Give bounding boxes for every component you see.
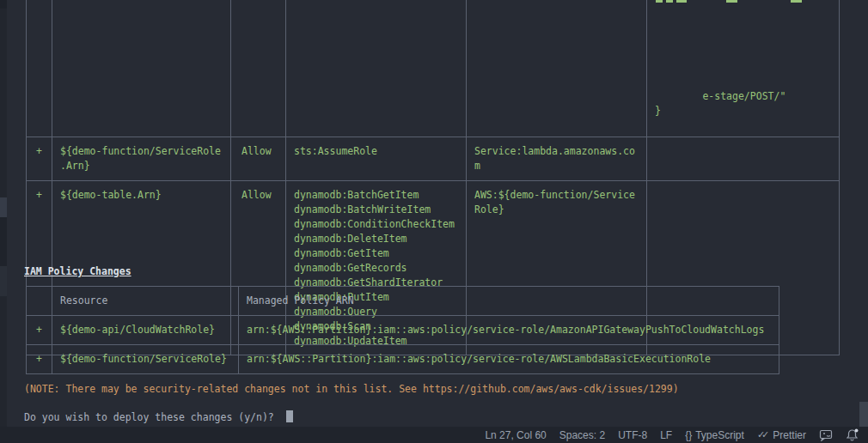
iam-policy-changes-table: Resource Managed Policy ARN + ${demo-api…	[26, 286, 779, 374]
prettier-label: Prettier	[773, 429, 806, 441]
left-edge-segment	[0, 217, 7, 266]
principal-cell	[467, 0, 647, 137]
resource-header-cell: Resource	[52, 287, 239, 316]
notifications-bell-icon	[846, 428, 859, 441]
resource-cell	[52, 0, 231, 137]
deploy-confirm-prompt[interactable]: Do you wish to deploy these changes (y/n…	[24, 410, 293, 425]
op-cell: +	[27, 345, 52, 374]
action-cell	[286, 0, 467, 137]
terminal-cursor	[286, 410, 293, 422]
effect-cell	[231, 0, 286, 137]
braces-icon: {}	[685, 429, 692, 441]
left-edge-segment	[0, 266, 7, 296]
clipped-text-fragment	[676, 0, 687, 3]
clipped-text-fragment	[791, 0, 802, 3]
terminal-scrollbar-thumb[interactable]	[859, 402, 868, 427]
encoding-indicator[interactable]: UTF-8	[618, 429, 647, 441]
op-cell: +	[27, 316, 52, 345]
effect-cell: Allow	[231, 137, 286, 181]
clipped-text-fragment	[656, 0, 663, 3]
arn-cell: arn:${AWS::Partition}:iam::aws:policy/se…	[239, 345, 779, 374]
left-edge-segment	[0, 197, 7, 217]
indentation-indicator[interactable]: Spaces: 2	[559, 429, 605, 441]
action-cell: sts:AssumeRole	[286, 137, 467, 181]
feedback-button[interactable]	[819, 429, 833, 441]
cursor-position-indicator[interactable]: Ln 27, Col 60	[485, 429, 546, 441]
table-row: + ${demo-function/ServiceRole} arn:${AWS…	[27, 345, 779, 374]
left-edge-panel	[0, 0, 7, 427]
principal-cell: Service:lambda.amazonaws.co m	[467, 137, 647, 181]
condition-cell: e-stage/POST/" }	[647, 0, 840, 137]
op-cell	[27, 0, 52, 137]
resource-cell: ${demo-function/ServiceRole .Arn}	[52, 137, 231, 181]
language-mode-indicator[interactable]: {} TypeScript	[685, 429, 744, 441]
arn-header-cell: Managed Policy ARN	[239, 287, 779, 316]
arn-cell: arn:${AWS::Partition}:iam::aws:policy/se…	[239, 316, 779, 345]
left-edge-segment	[0, 0, 7, 9]
table-row: + ${demo-api/CloudWatchRole} arn:${AWS::…	[27, 316, 779, 345]
status-bar: Ln 27, Col 60 Spaces: 2 UTF-8 LF {} Type…	[0, 427, 868, 443]
iam-policy-changes-heading: IAM Policy Changes	[24, 264, 131, 279]
op-cell: +	[27, 137, 52, 181]
clipped-text-fragment	[726, 0, 737, 3]
clipped-text-fragment	[666, 0, 673, 3]
condition-cell	[647, 137, 840, 181]
op-header-cell	[27, 287, 52, 316]
security-note-line: (NOTE: There may be security-related cha…	[24, 382, 679, 397]
table-row: + ${demo-function/ServiceRole .Arn} Allo…	[27, 137, 840, 181]
feedback-icon	[819, 429, 833, 441]
table-header-row: Resource Managed Policy ARN	[27, 287, 779, 316]
language-label: TypeScript	[695, 429, 744, 441]
condition-text: e-stage/POST/" }	[655, 90, 785, 117]
vscode-terminal-panel: e-stage/POST/" } + ${demo-function/Servi…	[0, 0, 868, 443]
prettier-indicator[interactable]: ✓✓ Prettier	[757, 429, 806, 441]
double-check-icon: ✓✓	[757, 429, 769, 440]
resource-cell: ${demo-function/ServiceRole}	[52, 345, 239, 374]
prompt-text: Do you wish to deploy these changes (y/n…	[24, 411, 280, 423]
table-row-partial: e-stage/POST/" }	[27, 0, 840, 137]
resource-cell: ${demo-api/CloudWatchRole}	[52, 316, 239, 345]
notifications-button[interactable]	[846, 428, 859, 441]
eol-indicator[interactable]: LF	[660, 429, 672, 441]
